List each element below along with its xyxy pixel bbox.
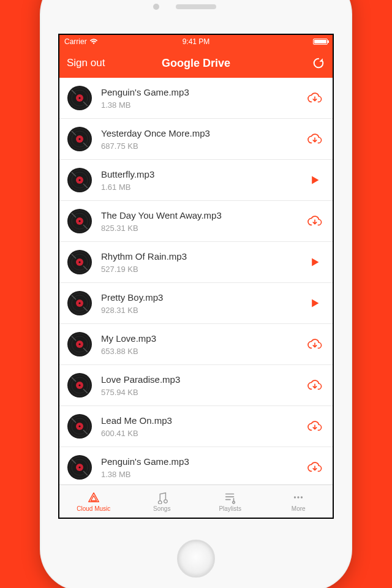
file-action[interactable] bbox=[306, 379, 324, 392]
cloud-icon bbox=[86, 491, 101, 504]
file-name: My Love.mp3 bbox=[101, 333, 306, 344]
vinyl-icon bbox=[67, 454, 92, 480]
svg-point-9 bbox=[78, 138, 80, 140]
svg-point-39 bbox=[78, 384, 80, 386]
file-row[interactable]: Love Paradise.mp3575.94 KB bbox=[59, 365, 333, 406]
more-icon bbox=[291, 491, 306, 504]
file-size: 687.75 KB bbox=[101, 141, 306, 151]
file-action[interactable] bbox=[306, 257, 324, 267]
download-icon[interactable] bbox=[307, 91, 323, 105]
file-name: Penguin's Game.mp3 bbox=[101, 87, 306, 97]
vinyl-icon bbox=[67, 331, 92, 357]
status-bar: Carrier 9:41 PM bbox=[59, 35, 333, 48]
svg-point-34 bbox=[78, 343, 80, 345]
music-note-icon bbox=[154, 491, 169, 504]
file-size: 825.31 KB bbox=[101, 224, 306, 233]
download-icon[interactable] bbox=[307, 132, 323, 146]
vinyl-icon bbox=[67, 413, 92, 439]
tab-playlists[interactable]: Playlists bbox=[196, 485, 265, 518]
vinyl-icon bbox=[67, 208, 92, 234]
phone-camera bbox=[153, 4, 159, 10]
svg-point-19 bbox=[78, 220, 80, 222]
battery-icon bbox=[313, 39, 328, 45]
svg-point-57 bbox=[301, 496, 303, 498]
play-icon[interactable] bbox=[310, 298, 320, 308]
file-name: Butterfly.mp3 bbox=[101, 169, 306, 179]
file-name: Lead Me On.mp3 bbox=[101, 415, 306, 426]
file-list[interactable]: Penguin's Game.mp31.38 MBYesterday Once … bbox=[59, 78, 333, 484]
clock: 9:41 PM bbox=[113, 37, 279, 46]
phone-speaker bbox=[176, 4, 216, 9]
svg-point-55 bbox=[294, 496, 296, 498]
file-row[interactable]: Pretty Boy.mp3928.31 KB bbox=[59, 283, 333, 324]
home-button[interactable] bbox=[177, 540, 215, 578]
file-size: 1.38 MB bbox=[101, 470, 306, 479]
vinyl-icon bbox=[67, 85, 92, 111]
file-action[interactable] bbox=[306, 214, 324, 228]
download-icon[interactable] bbox=[307, 214, 323, 228]
file-row[interactable]: The Day You Went Away.mp3825.31 KB bbox=[59, 201, 333, 242]
svg-point-14 bbox=[78, 179, 80, 181]
file-size: 600.41 KB bbox=[101, 429, 306, 438]
file-action[interactable] bbox=[306, 420, 324, 433]
svg-point-56 bbox=[298, 496, 300, 498]
file-action[interactable] bbox=[306, 461, 324, 474]
file-row[interactable]: Rhythm Of Rain.mp3527.19 KB bbox=[59, 242, 333, 283]
file-size: 1.38 MB bbox=[101, 100, 306, 110]
file-row[interactable]: Lead Me On.mp3600.41 KB bbox=[59, 406, 333, 447]
svg-point-4 bbox=[78, 97, 80, 99]
download-icon[interactable] bbox=[307, 420, 323, 433]
file-row[interactable]: Penguin's Game.mp31.38 MB bbox=[59, 78, 333, 119]
file-name: Pretty Boy.mp3 bbox=[101, 292, 306, 303]
download-icon[interactable] bbox=[307, 379, 323, 392]
file-name: Rhythm Of Rain.mp3 bbox=[101, 251, 306, 262]
file-name: Penguin's Game.mp3 bbox=[101, 456, 306, 467]
playlist-icon bbox=[223, 491, 238, 504]
svg-point-49 bbox=[78, 466, 80, 468]
file-name: Yesterday Once More.mp3 bbox=[101, 128, 306, 138]
play-icon[interactable] bbox=[310, 175, 320, 185]
file-size: 575.94 KB bbox=[101, 388, 306, 397]
carrier-label: Carrier bbox=[64, 37, 87, 46]
file-name: Love Paradise.mp3 bbox=[101, 374, 306, 385]
svg-point-44 bbox=[78, 425, 80, 427]
file-size: 928.31 KB bbox=[101, 306, 306, 315]
file-row[interactable]: Penguin's Game.mp31.38 MB bbox=[59, 447, 333, 484]
screen: Carrier 9:41 PM Sign out Google Drive Pe… bbox=[58, 34, 334, 519]
vinyl-icon bbox=[67, 167, 92, 193]
wifi-icon bbox=[89, 39, 98, 45]
tab-bar: Cloud Music Songs Playlists More bbox=[59, 484, 333, 518]
file-action[interactable] bbox=[306, 298, 324, 308]
download-icon[interactable] bbox=[307, 461, 323, 474]
tab-more[interactable]: More bbox=[265, 485, 333, 518]
page-title: Google Drive bbox=[116, 57, 276, 70]
svg-point-29 bbox=[78, 302, 80, 304]
tab-cloud-music[interactable]: Cloud Music bbox=[59, 485, 128, 518]
file-size: 1.61 MB bbox=[101, 183, 306, 192]
svg-point-24 bbox=[78, 261, 80, 263]
file-row[interactable]: My Love.mp3653.88 KB bbox=[59, 324, 333, 365]
file-action[interactable] bbox=[306, 91, 324, 105]
vinyl-icon bbox=[67, 290, 92, 316]
download-icon[interactable] bbox=[307, 337, 323, 351]
file-row[interactable]: Butterfly.mp31.61 MB bbox=[59, 160, 333, 201]
file-size: 527.19 KB bbox=[101, 265, 306, 274]
vinyl-icon bbox=[67, 249, 92, 275]
file-action[interactable] bbox=[306, 175, 324, 185]
play-icon[interactable] bbox=[310, 257, 320, 267]
phone-frame: Carrier 9:41 PM Sign out Google Drive Pe… bbox=[40, 0, 352, 588]
nav-bar: Sign out Google Drive bbox=[59, 48, 333, 78]
file-row[interactable]: Yesterday Once More.mp3687.75 KB bbox=[59, 119, 333, 160]
file-size: 653.88 KB bbox=[101, 347, 306, 356]
vinyl-icon bbox=[67, 126, 92, 152]
tab-songs[interactable]: Songs bbox=[128, 485, 197, 518]
file-name: The Day You Went Away.mp3 bbox=[101, 210, 306, 221]
refresh-icon[interactable] bbox=[312, 56, 325, 70]
sign-out-button[interactable]: Sign out bbox=[67, 57, 116, 69]
file-action[interactable] bbox=[306, 132, 324, 146]
vinyl-icon bbox=[67, 372, 92, 398]
file-action[interactable] bbox=[306, 337, 324, 351]
